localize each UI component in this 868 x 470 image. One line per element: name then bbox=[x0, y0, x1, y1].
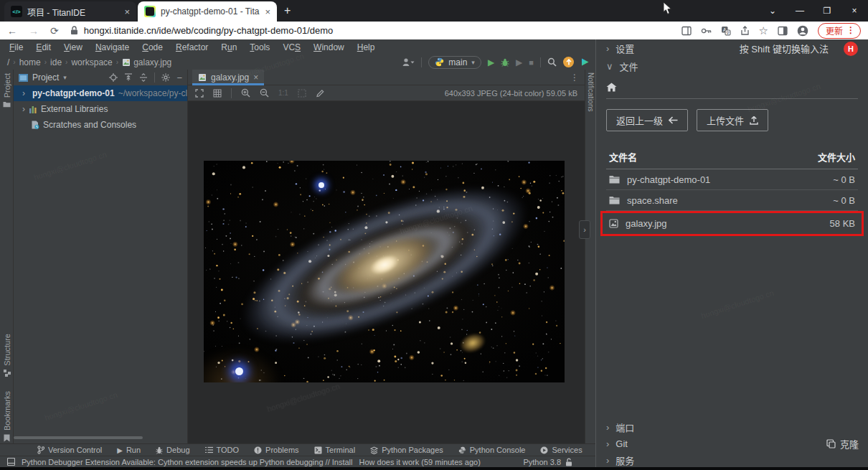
collapse-all-icon[interactable] bbox=[139, 73, 148, 82]
run-config-select[interactable]: main ▾ bbox=[428, 56, 481, 69]
menu-code[interactable]: Code bbox=[136, 42, 169, 52]
browser-menu-chevron-icon[interactable]: ⌄ bbox=[759, 0, 786, 22]
bookmark-star-icon[interactable]: ☆ bbox=[759, 24, 768, 37]
tw-terminal[interactable]: Terminal bbox=[314, 446, 356, 454]
reload-icon[interactable]: ⟳ bbox=[50, 26, 59, 36]
settings-section-row[interactable]: › 设置 按 Shift 键切换输入法 H bbox=[596, 39, 868, 57]
tw-services[interactable]: Services bbox=[540, 446, 582, 454]
profile-avatar-icon[interactable] bbox=[797, 25, 808, 37]
run-coverage-button[interactable]: ▶ bbox=[516, 57, 522, 67]
status-secondary-link[interactable]: How does it work (59 minutes ago) bbox=[359, 458, 481, 466]
tab-close-icon[interactable]: × bbox=[253, 72, 258, 83]
git-section-row[interactable]: › Git 克隆 bbox=[596, 435, 868, 453]
chevron-down-icon[interactable]: ▾ bbox=[63, 74, 67, 81]
go-up-button[interactable]: 返回上一级 bbox=[606, 109, 688, 131]
unlocked-icon[interactable] bbox=[565, 458, 572, 466]
new-tab-button[interactable]: + bbox=[284, 4, 291, 17]
menu-tools[interactable]: Tools bbox=[243, 42, 276, 52]
browser-tab-project[interactable]: </> 项目 - TitanIDE × bbox=[4, 1, 136, 22]
tw-todo[interactable]: TODO bbox=[205, 446, 240, 454]
user-icon[interactable] bbox=[402, 57, 415, 67]
settings-gear-icon[interactable] bbox=[161, 73, 170, 82]
tool-stripe-structure[interactable]: Structure bbox=[0, 334, 14, 377]
file-row-galaxy[interactable]: galaxy.jpg 58 KB bbox=[606, 213, 858, 234]
menu-edit[interactable]: Edit bbox=[29, 42, 57, 52]
search-everywhere-icon[interactable] bbox=[547, 57, 557, 67]
breadcrumb-home[interactable]: home bbox=[19, 57, 41, 67]
stop-button[interactable]: ■ bbox=[529, 58, 534, 67]
grid-icon[interactable] bbox=[213, 89, 222, 98]
more-menu-icon[interactable]: ⋮ bbox=[846, 25, 855, 35]
forward-icon[interactable]: → bbox=[29, 26, 39, 36]
window-maximize-button[interactable]: ❐ bbox=[813, 0, 841, 22]
galaxy-image[interactable] bbox=[204, 161, 565, 382]
ports-section-row[interactable]: › 端口 bbox=[596, 418, 868, 436]
debug-button[interactable] bbox=[501, 57, 509, 67]
actual-size-button[interactable]: 1:1 bbox=[278, 89, 288, 97]
menu-file[interactable]: File bbox=[3, 42, 29, 52]
project-panel-title[interactable]: Project bbox=[32, 72, 59, 83]
chrome-update-button[interactable]: 更新 ⋮ bbox=[818, 23, 861, 39]
window-close-button[interactable]: × bbox=[841, 0, 868, 22]
tab-close-icon[interactable]: × bbox=[124, 6, 130, 17]
chevron-right-icon[interactable]: › bbox=[22, 88, 25, 98]
menu-help[interactable]: Help bbox=[351, 42, 382, 52]
layout-icon[interactable] bbox=[7, 458, 15, 466]
back-icon[interactable]: ← bbox=[7, 26, 17, 36]
menu-vcs[interactable]: VCS bbox=[276, 42, 307, 52]
editor-tab-galaxy[interactable]: galaxy.jpg × bbox=[192, 70, 264, 85]
update-available-icon[interactable] bbox=[563, 57, 574, 67]
menu-view[interactable]: View bbox=[57, 42, 89, 52]
tab-close-icon[interactable]: × bbox=[265, 6, 270, 17]
tw-problems[interactable]: Problems bbox=[254, 446, 298, 454]
status-message[interactable]: Python Debugger Extension Available: Cyt… bbox=[22, 458, 353, 466]
breadcrumb-root[interactable]: / bbox=[7, 57, 9, 67]
breadcrumb-workspace[interactable]: workspace bbox=[71, 57, 112, 67]
file-row[interactable]: py-chatgpt-demo-01 ~ 0 B bbox=[606, 169, 858, 190]
side-panel-icon[interactable] bbox=[681, 26, 692, 36]
upload-file-button[interactable]: 上传文件 bbox=[697, 109, 768, 131]
fit-to-window-icon[interactable] bbox=[195, 89, 204, 98]
files-section-row[interactable]: ∨ 文件 bbox=[596, 57, 868, 75]
python-interpreter[interactable]: Python 3.8 bbox=[523, 458, 561, 466]
horizontal-scrollbar[interactable] bbox=[14, 436, 143, 439]
menu-window[interactable]: Window bbox=[307, 42, 351, 52]
translate-icon[interactable]: A文 bbox=[721, 26, 731, 36]
menu-navigate[interactable]: Navigate bbox=[89, 42, 136, 52]
menu-refactor[interactable]: Refactor bbox=[169, 42, 214, 52]
breadcrumb-file[interactable]: galaxy.jpg bbox=[133, 57, 171, 67]
tool-stripe-bookmarks[interactable]: Bookmarks bbox=[0, 391, 14, 442]
tool-stripe-project[interactable]: Project bbox=[0, 73, 14, 108]
window-minimize-button[interactable]: — bbox=[786, 0, 813, 22]
menu-run[interactable]: Run bbox=[214, 42, 243, 52]
browser-tab-demo[interactable]: py-chatgpt-demo-01 - TitanID × bbox=[138, 1, 277, 22]
breadcrumb-ide[interactable]: ide bbox=[50, 57, 62, 67]
reading-mode-icon[interactable] bbox=[778, 26, 788, 36]
tw-debug[interactable]: Debug bbox=[156, 446, 189, 454]
share-icon[interactable] bbox=[740, 26, 750, 36]
hide-panel-icon[interactable]: − bbox=[176, 72, 182, 83]
tw-version-control[interactable]: Version Control bbox=[37, 446, 102, 454]
tw-python-packages[interactable]: Python Packages bbox=[370, 446, 443, 454]
tree-row-external-libraries[interactable]: › External Libraries bbox=[14, 101, 187, 117]
locate-file-icon[interactable] bbox=[109, 73, 118, 82]
tool-stripe-notifications[interactable]: Notifications bbox=[587, 72, 595, 111]
tree-row-project-root[interactable]: › py-chatgpt-demo-01 ~/workspace/py-cl bbox=[14, 85, 187, 101]
password-key-icon[interactable] bbox=[701, 27, 712, 34]
zoom-in-icon[interactable] bbox=[241, 88, 250, 98]
tw-run[interactable]: ▶ Run bbox=[117, 446, 141, 454]
file-row[interactable]: space.share ~ 0 B bbox=[606, 190, 858, 211]
chevron-right-icon[interactable]: › bbox=[22, 104, 25, 114]
edit-external-icon[interactable] bbox=[316, 89, 324, 98]
fit-zoom-icon[interactable] bbox=[298, 89, 306, 98]
address-field[interactable]: hongxi.titanide.cn/ide/web/coding/py-cha… bbox=[70, 25, 334, 36]
expand-panel-chevron[interactable]: › bbox=[579, 220, 590, 239]
tw-python-console[interactable]: Python Console bbox=[458, 446, 526, 454]
home-icon[interactable] bbox=[606, 83, 617, 92]
git-clone-button[interactable]: 克隆 bbox=[826, 437, 859, 451]
tree-row-scratches[interactable]: Scratches and Consoles bbox=[14, 117, 187, 133]
run-button[interactable]: ▶ bbox=[488, 57, 494, 67]
ide-gradient-play-icon[interactable] bbox=[580, 57, 590, 67]
user-avatar[interactable]: H bbox=[844, 42, 858, 56]
zoom-out-icon[interactable] bbox=[260, 88, 269, 98]
